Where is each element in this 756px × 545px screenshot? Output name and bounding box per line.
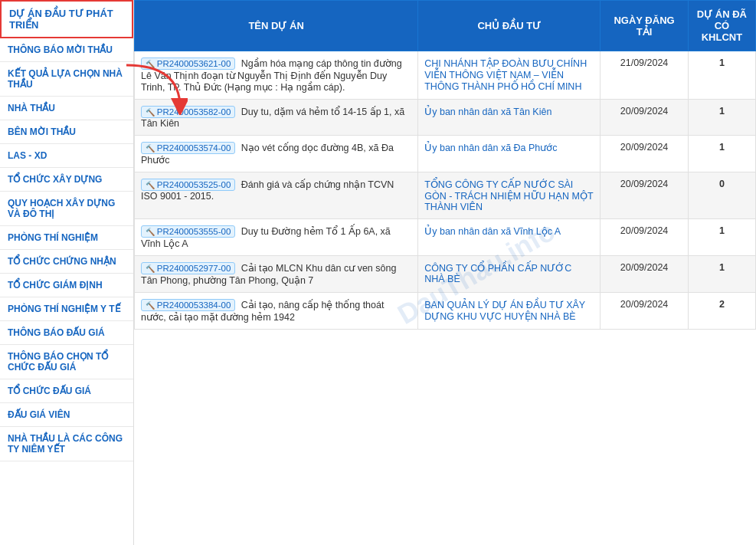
sidebar: DỰ ÁN ĐẦU TƯ PHÁT TRIỂN THÔNG BÁO MỜI TH…	[0, 0, 134, 545]
header-chu-dau-tu: CHỦ ĐẦU TƯ	[418, 1, 601, 51]
cell-ngay-dang-tai: 21/09/2024	[601, 51, 689, 100]
sidebar-item-las-xd[interactable]: LAS - XD	[0, 144, 133, 168]
main-content: DauThau.info TÊN DỰ ÁN CHỦ ĐẦU TƯ NGÀY Đ…	[134, 0, 756, 545]
sidebar-item-ket-qua[interactable]: KẾT QUẢ LỰA CHỌN NHÀ THẦU	[0, 62, 133, 97]
sidebar-item-thong-bao-moi-thau[interactable]: THÔNG BÁO MỜI THẦU	[0, 38, 133, 62]
cell-khlcnt-count: 1	[688, 219, 755, 256]
header-ten-du-an: TÊN DỰ ÁN	[135, 1, 418, 51]
cell-chu-dau-tu[interactable]: TỔNG CÔNG TY CẤP NƯỚC SÀI GÒN - TRÁCH NH…	[418, 172, 601, 219]
cell-khlcnt-count: 2	[688, 293, 755, 330]
cell-ten-du-an: PR2400053555-00 Duy tu Đường hẻm Tổ 1 Ấp…	[135, 219, 418, 256]
project-code[interactable]: PR2400053582-00	[141, 106, 235, 118]
project-code[interactable]: PR2400053525-00	[141, 179, 235, 191]
table-row: PR2400053621-00 Ngầm hóa mạng cáp thông …	[135, 51, 756, 100]
cell-ngay-dang-tai: 20/09/2024	[601, 172, 689, 219]
projects-table: TÊN DỰ ÁN CHỦ ĐẦU TƯ NGÀY ĐĂNG TẢI DỰ ÁN…	[134, 0, 756, 330]
cell-chu-dau-tu[interactable]: Ủy ban nhân dân xã Vĩnh Lộc A	[418, 219, 601, 256]
sidebar-item-phong-thi-nghiem[interactable]: PHÒNG THÍ NGHIỆM	[0, 226, 133, 250]
table-row: PR2400053582-00 Duy tu, dặm vá hẻm tổ 14…	[135, 100, 756, 136]
sidebar-item-to-chuc-xay-dung[interactable]: TỔ CHỨC XÂY DỰNG	[0, 168, 133, 192]
sidebar-item-to-chuc-dau-gia[interactable]: TỔ CHỨC ĐẤU GIÁ	[0, 379, 133, 403]
cell-chu-dau-tu[interactable]: Ủy ban nhân dân xã Tân Kiên	[418, 100, 601, 136]
cell-ten-du-an: PR2400053582-00 Duy tu, dặm vá hẻm tổ 14…	[135, 100, 418, 136]
project-code[interactable]: PR2400052977-00	[141, 262, 235, 274]
cell-khlcnt-count: 1	[688, 51, 755, 100]
sidebar-item-thong-bao-dau-gia[interactable]: THÔNG BÁO ĐẤU GIÁ	[0, 321, 133, 345]
header-khlcnt: DỰ ÁN ĐÃ CÓ KHLCNT	[688, 1, 755, 51]
table-row: PR2400052977-00 Cải tạo MLCN Khu dân cư …	[135, 256, 756, 293]
sidebar-item-phong-thi-nghiem-y-te[interactable]: PHÒNG THÍ NGHIỆM Y TẾ	[0, 297, 133, 321]
table-row: PR2400053525-00 Đánh giá và cấp chứng nh…	[135, 172, 756, 219]
cell-ngay-dang-tai: 20/09/2024	[601, 256, 689, 293]
sidebar-item-ben-moi-thau[interactable]: BÊN MỜI THẦU	[0, 120, 133, 144]
project-code[interactable]: PR2400053574-00	[141, 142, 235, 154]
cell-ten-du-an: PR2400053525-00 Đánh giá và cấp chứng nh…	[135, 172, 418, 219]
sidebar-item-nha-thau[interactable]: NHÀ THẦU	[0, 97, 133, 120]
cell-khlcnt-count: 1	[688, 136, 755, 172]
sidebar-item-du-an-dau-tu[interactable]: DỰ ÁN ĐẦU TƯ PHÁT TRIỂN	[0, 0, 133, 38]
table-row: PR2400053574-00 Nạo vét cống dọc đường 4…	[135, 136, 756, 172]
cell-khlcnt-count: 0	[688, 172, 755, 219]
cell-ten-du-an: PR2400052977-00 Cải tạo MLCN Khu dân cư …	[135, 256, 418, 293]
cell-ten-du-an: PR2400053574-00 Nạo vét cống dọc đường 4…	[135, 136, 418, 172]
header-ngay-dang-tai: NGÀY ĐĂNG TẢI	[601, 1, 689, 51]
cell-ten-du-an: PR2400053384-00 Cải tạo, nâng cấp hệ thố…	[135, 293, 418, 330]
sidebar-item-quy-hoach[interactable]: QUY HOẠCH XÂY DỰNG VÀ ĐÔ THỊ	[0, 192, 133, 226]
cell-ten-du-an: PR2400053621-00 Ngầm hóa mạng cáp thông …	[135, 51, 418, 100]
cell-ngay-dang-tai: 20/09/2024	[601, 293, 689, 330]
sidebar-item-to-chuc-giam-dinh[interactable]: TỔ CHỨC GIÁM ĐỊNH	[0, 274, 133, 297]
sidebar-item-dau-gia-vien[interactable]: ĐẤU GIÁ VIÊN	[0, 403, 133, 427]
cell-chu-dau-tu[interactable]: Ủy ban nhân dân xã Đa Phước	[418, 136, 601, 172]
sidebar-item-nha-thau-niem-yet[interactable]: NHÀ THẦU LÀ CÁC CÔNG TY NIÊM YẾT	[0, 427, 133, 461]
table-row: PR2400053555-00 Duy tu Đường hẻm Tổ 1 Ấp…	[135, 219, 756, 256]
cell-khlcnt-count: 1	[688, 100, 755, 136]
cell-chu-dau-tu[interactable]: CÔNG TY CỔ PHẦN CẤP NƯỚC NHÀ BÈ	[418, 256, 601, 293]
project-code[interactable]: PR2400053384-00	[141, 299, 235, 311]
cell-ngay-dang-tai: 20/09/2024	[601, 136, 689, 172]
sidebar-item-thong-bao-chon-to-chuc[interactable]: THÔNG BÁO CHỌN TỔ CHỨC ĐẤU GIÁ	[0, 345, 133, 379]
project-code[interactable]: PR2400053555-00	[141, 225, 235, 238]
cell-chu-dau-tu[interactable]: CHI NHÁNH TẬP ĐOÀN BƯU CHÍNH VIỄN THÔNG …	[418, 51, 601, 100]
cell-chu-dau-tu[interactable]: BAN QUẢN LÝ DỰ ÁN ĐẦU TƯ XÂY DỰNG KHU VỰ…	[418, 293, 601, 330]
cell-khlcnt-count: 1	[688, 256, 755, 293]
project-code[interactable]: PR2400053621-00	[141, 57, 235, 70]
cell-ngay-dang-tai: 20/09/2024	[601, 100, 689, 136]
sidebar-item-to-chuc-chung-nhan[interactable]: TỔ CHỨC CHỨNG NHẬN	[0, 250, 133, 274]
cell-ngay-dang-tai: 20/09/2024	[601, 219, 689, 256]
table-row: PR2400053384-00 Cải tạo, nâng cấp hệ thố…	[135, 293, 756, 330]
